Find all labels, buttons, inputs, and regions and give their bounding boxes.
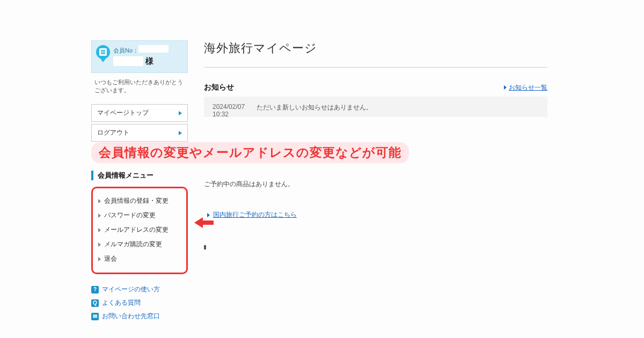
notice-text: ただいま新しいお知らせはありません。	[257, 103, 372, 117]
sidebar: 会員No： 様 いつもご利用いただきありがとうございます。 マイページトップ ロ…	[91, 40, 188, 323]
page-title: 海外旅行マイページ	[204, 40, 547, 68]
help-links: ?マイページの使い方 Qよくある質問 ✉お問い合わせ先窓口	[91, 283, 188, 323]
menu-label: 会員情報の登録・変更	[104, 196, 169, 205]
nav-logout[interactable]: ログアウト	[91, 124, 188, 142]
nav-label: マイページトップ	[97, 108, 149, 117]
help-faq[interactable]: Qよくある質問	[91, 296, 188, 310]
honorific: 様	[145, 55, 153, 68]
document-pin-icon	[96, 45, 110, 62]
member-info: 会員No： 様	[113, 45, 169, 67]
caret-icon	[98, 257, 101, 261]
annotation-arrow-icon	[194, 217, 214, 228]
menu-change-password[interactable]: パスワードの変更	[97, 208, 182, 223]
mail-icon: ✉	[91, 313, 99, 320]
member-box: 会員No： 様	[91, 40, 188, 73]
notices-heading: お知らせ	[204, 83, 234, 92]
caret-icon	[98, 214, 101, 218]
link-label: お知らせ一覧	[509, 83, 547, 92]
chevron-right-icon	[179, 111, 182, 115]
menu-change-newsletter[interactable]: メルマガ購読の変更	[97, 237, 182, 252]
notice-date: 2024/02/07	[213, 103, 245, 111]
question-icon: ?	[91, 286, 99, 293]
notices-more-link[interactable]: お知らせ一覧	[504, 83, 547, 92]
help-label: お問い合わせ先窓口	[102, 312, 160, 321]
caret-icon	[504, 85, 507, 90]
main-content: 海外旅行マイページ お知らせ お知らせ一覧 2024/02/07 10:32 た…	[204, 40, 547, 323]
menu-change-email[interactable]: メールアドレスの変更	[97, 223, 182, 237]
sidebar-section-title: 会員情報メニュー	[91, 171, 188, 180]
nav-mypage-top[interactable]: マイページトップ	[91, 104, 188, 122]
annotation-banner: 会員情報の変更やメールアドレスの変更などが可能	[91, 142, 409, 163]
help-usage[interactable]: ?マイページの使い方	[91, 283, 188, 296]
menu-label: メールアドレスの変更	[104, 225, 169, 234]
menu-withdraw[interactable]: 退会	[97, 252, 182, 266]
link-label: 国内旅行ご予約の方はこちら	[213, 210, 297, 219]
menu-label: 退会	[104, 254, 117, 263]
caret-icon	[207, 213, 210, 217]
member-no-label: 会員No：	[113, 47, 138, 54]
member-menu-highlight: 会員情報の登録・変更 パスワードの変更 メールアドレスの変更 メルマガ購読の変更…	[91, 187, 188, 274]
section-divider	[204, 245, 547, 249]
nav-label: ログアウト	[97, 128, 129, 137]
help-contact[interactable]: ✉お問い合わせ先窓口	[91, 310, 188, 323]
domestic-reservation-link[interactable]: 国内旅行ご予約の方はこちら	[207, 210, 547, 219]
menu-edit-member-info[interactable]: 会員情報の登録・変更	[97, 194, 182, 208]
reserved-empty-message: ご予約中の商品はありません。	[204, 180, 547, 189]
notice-time: 10:32	[213, 111, 245, 117]
greeting-text: いつもご利用いただきありがとうございます。	[91, 73, 188, 102]
help-label: マイページの使い方	[102, 285, 160, 294]
help-label: よくある質問	[102, 298, 141, 307]
menu-label: メルマガ購読の変更	[104, 240, 162, 249]
caret-icon	[98, 199, 101, 203]
q-icon: Q	[91, 299, 99, 307]
caret-icon	[98, 228, 101, 232]
notice-box: 2024/02/07 10:32 ただいま新しいお知らせはありません。	[204, 97, 547, 117]
menu-label: パスワードの変更	[104, 211, 156, 220]
chevron-right-icon	[179, 131, 182, 135]
caret-icon	[98, 243, 101, 247]
